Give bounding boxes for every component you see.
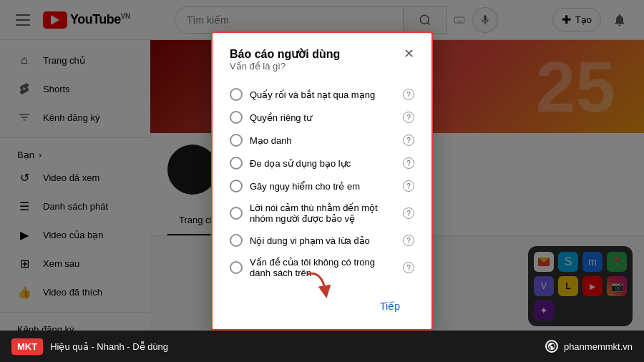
radio-option-2[interactable]: Mạo danh ?: [230, 129, 414, 152]
dialog-close-button[interactable]: ✕: [404, 47, 414, 60]
help-icon-5[interactable]: ?: [403, 207, 414, 219]
radio-6[interactable]: [230, 234, 243, 247]
overlay[interactable]: Báo cáo người dùng Vấn đề là gì? ✕ Quấy …: [0, 0, 644, 362]
help-icon-7[interactable]: ?: [403, 262, 414, 273]
radio-4[interactable]: [230, 180, 243, 192]
arrow-icon: [301, 267, 336, 303]
dialog-title-text: Báo cáo người dùng: [230, 47, 340, 61]
globe-svg: [547, 342, 556, 351]
radio-label-6: Nội dung vi phạm và lừa đảo: [250, 235, 396, 246]
dialog-header: Báo cáo người dùng Vấn đề là gì? ✕: [230, 47, 414, 80]
help-icon-2[interactable]: ?: [403, 134, 414, 146]
next-button[interactable]: Tiếp: [366, 295, 414, 318]
radio-label-5: Lời nói cảm thù nhằm đến một nhóm người …: [250, 202, 396, 224]
bottom-tagline: Hiệu quả - Nhanh - Dễ dùng: [50, 341, 168, 352]
dialog-subtitle-text: Vấn đề là gì?: [230, 61, 340, 72]
radio-option-0[interactable]: Quấy rối và bắt nạt qua mạng ?: [230, 83, 414, 106]
help-icon-6[interactable]: ?: [403, 235, 414, 246]
globe-icon: [545, 340, 558, 353]
help-icon-4[interactable]: ?: [403, 180, 414, 192]
website-text: phanmemmkt.vn: [564, 341, 633, 352]
radio-option-1[interactable]: Quyền riêng tư ?: [230, 106, 414, 129]
radio-option-4[interactable]: Gây nguy hiểm cho trẻ em ?: [230, 175, 414, 197]
bottom-left: MKT Hiệu quả - Nhanh - Dễ dùng: [11, 338, 168, 355]
radio-3[interactable]: [230, 157, 243, 170]
help-icon-0[interactable]: ?: [403, 89, 414, 100]
radio-2[interactable]: [230, 134, 243, 147]
radio-option-3[interactable]: Đe dọa sử dụng bạo lực ?: [230, 152, 414, 175]
bottom-bar: MKT Hiệu quả - Nhanh - Dễ dùng phanmemmk…: [0, 331, 644, 362]
radio-7[interactable]: [230, 261, 243, 274]
radio-label-0: Quấy rối và bắt nạt qua mạng: [250, 89, 396, 100]
mkt-logo: MKT: [11, 338, 43, 355]
radio-5[interactable]: [230, 207, 243, 220]
help-icon-3[interactable]: ?: [403, 157, 414, 169]
radio-1[interactable]: [230, 111, 243, 124]
dialog-options: Quấy rối và bắt nạt qua mạng ? Quyền riê…: [230, 83, 414, 283]
radio-label-4: Gây nguy hiểm cho trẻ em: [250, 181, 396, 192]
help-icon-1[interactable]: ?: [403, 112, 414, 123]
radio-label-3: Đe dọa sử dụng bạo lực: [250, 158, 396, 169]
arrow-container: [301, 267, 336, 305]
radio-option-6[interactable]: Nội dung vi phạm và lừa đảo ?: [230, 229, 414, 252]
radio-label-2: Mạo danh: [250, 135, 396, 146]
radio-label-1: Quyền riêng tư: [250, 112, 396, 123]
dialog-title: Báo cáo người dùng Vấn đề là gì?: [230, 47, 340, 80]
radio-0[interactable]: [230, 88, 243, 101]
radio-option-5[interactable]: Lời nói cảm thù nhằm đến một nhóm người …: [230, 197, 414, 229]
bottom-right: phanmemmkt.vn: [545, 340, 633, 353]
